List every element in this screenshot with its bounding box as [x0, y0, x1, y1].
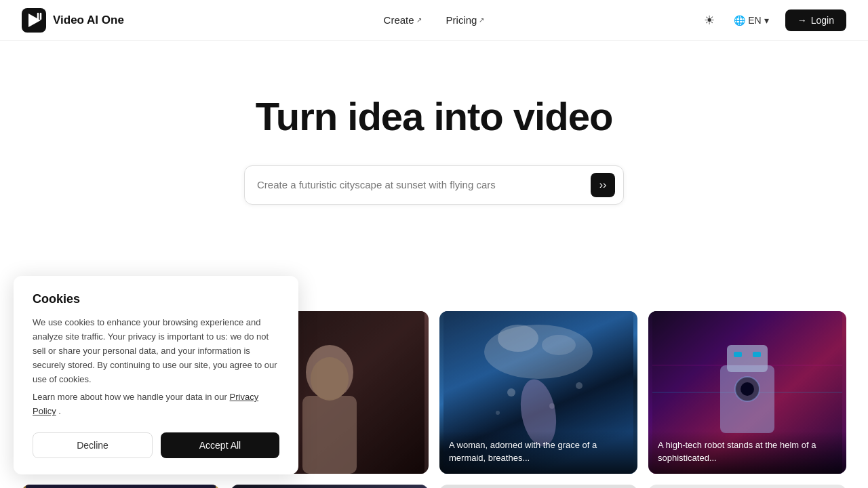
login-icon: →	[797, 15, 807, 26]
hero-section: Turn idea into video ››	[0, 41, 868, 245]
card-4-overlay: A high-tech robot stands at the helm of …	[648, 431, 846, 473]
language-selector[interactable]: 🌐 EN ▾	[728, 12, 774, 28]
chevron-down-icon: ▾	[764, 15, 769, 26]
create-ext-icon: ↗	[416, 16, 422, 24]
video-card-6[interactable]	[231, 485, 429, 488]
video-card-5[interactable]	[22, 485, 220, 488]
cookie-title: Cookies	[33, 292, 279, 306]
theme-toggle-button[interactable]: ☀	[701, 10, 717, 30]
pricing-label: Pricing	[446, 14, 477, 26]
create-label: Create	[384, 14, 414, 26]
hero-title: Turn idea into video	[256, 95, 613, 138]
nav-right-area: ☀ 🌐 EN ▾ → Login	[701, 9, 846, 31]
language-label: EN	[748, 15, 761, 26]
logo-icon	[22, 8, 46, 33]
nav-pricing-link[interactable]: Pricing ↗	[446, 14, 485, 26]
login-label: Login	[811, 15, 834, 26]
card-3-desc: A woman, adorned with the grace of a mer…	[449, 439, 628, 464]
nav-links: Create ↗ Pricing ↗	[384, 14, 485, 26]
cookie-actions: Decline Accept All	[33, 432, 279, 458]
explore-row-2	[22, 485, 846, 488]
video-card-8-placeholder	[648, 485, 846, 488]
card-4-desc: A high-tech robot stands at the helm of …	[658, 439, 837, 464]
login-button[interactable]: → Login	[785, 9, 846, 31]
cookie-period: .	[58, 406, 61, 416]
cookie-body2: Learn more about how we handle your data…	[33, 392, 227, 402]
globe-icon: 🌐	[734, 15, 745, 26]
search-input[interactable]	[257, 179, 591, 190]
card-3-overlay: A woman, adorned with the grace of a mer…	[439, 431, 637, 473]
sun-icon: ☀	[704, 13, 715, 28]
search-bar: ››	[244, 165, 624, 205]
brand-name: Video AI One	[53, 14, 124, 27]
card-6-visual	[231, 485, 429, 488]
cookie-policy-line: Learn more about how we handle your data…	[33, 390, 279, 419]
video-card-7-placeholder	[439, 485, 637, 488]
arrow-right-icon: ››	[599, 179, 607, 191]
video-card-4[interactable]: A high-tech robot stands at the helm of …	[648, 311, 846, 474]
pricing-ext-icon: ↗	[479, 16, 484, 24]
cookie-banner: Cookies We use cookies to enhance your b…	[14, 276, 298, 474]
nav-brand-area: Video AI One	[22, 8, 124, 33]
accept-all-button[interactable]: Accept All	[161, 432, 279, 458]
video-card-3[interactable]: A woman, adorned with the grace of a mer…	[439, 311, 637, 474]
navbar: Video AI One Create ↗ Pricing ↗ ☀ 🌐 EN ▾…	[0, 0, 868, 41]
svg-rect-43	[26, 485, 216, 488]
card-5-visual	[22, 485, 220, 488]
cookie-body: We use cookies to enhance your browsing …	[33, 316, 279, 386]
svg-rect-54	[235, 485, 425, 488]
nav-create-link[interactable]: Create ↗	[384, 14, 422, 26]
decline-button[interactable]: Decline	[33, 432, 153, 458]
search-submit-button[interactable]: ››	[591, 173, 615, 197]
